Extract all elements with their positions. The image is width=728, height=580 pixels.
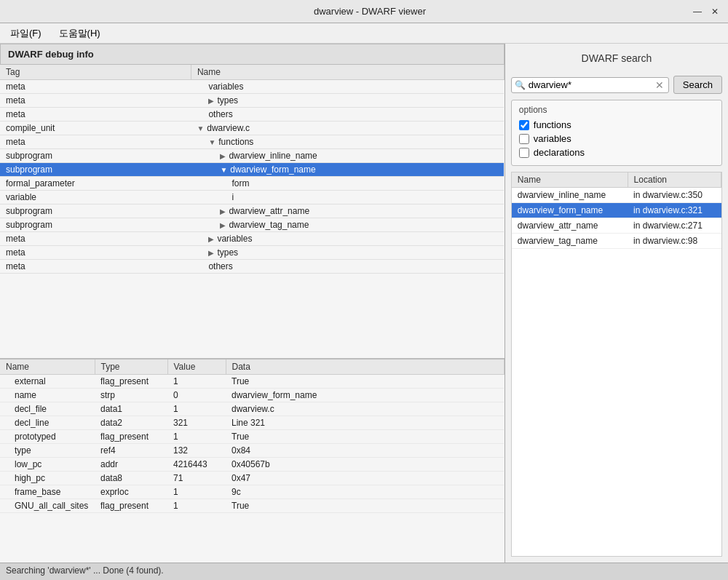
option-label-functions: functions — [534, 119, 571, 130]
close-button[interactable]: ✕ — [708, 4, 722, 19]
result-row[interactable]: dwarview_attr_namein dwarview.c:271 — [512, 218, 721, 234]
attr-row: decl_linedata2321Line 321 — [0, 416, 504, 430]
attr-cell-type: addr — [95, 458, 167, 472]
option-row-declarations: declarations — [519, 147, 714, 158]
attr-row: prototypedflag_present1True — [0, 430, 504, 444]
results-section[interactable]: Name Location dwarview_inline_namein dwa… — [511, 172, 722, 557]
tree-row[interactable]: metatypes — [0, 94, 504, 108]
debug-header: DWARF debug info — [0, 44, 505, 65]
tree-cell-tag: meta — [0, 108, 191, 122]
results-tbody: dwarview_inline_namein dwarview.c:350dwa… — [512, 188, 721, 249]
menu-item-help[interactable]: 도움말(H) — [52, 24, 108, 43]
attr-cell-name: GNU_all_call_sites — [0, 499, 95, 513]
attr-cell-data: True — [226, 499, 504, 513]
tree-row[interactable]: subprogramdwarview_inline_name — [0, 149, 504, 163]
attr-row: namestrp0dwarview_form_name — [0, 389, 504, 402]
attr-cell-data: 0x40567b — [226, 458, 504, 472]
menu-item-file[interactable]: 파일(F) — [3, 24, 49, 43]
tree-cell-tag: subprogram — [0, 149, 191, 163]
tree-row[interactable]: subprogramdwarview_tag_name — [0, 218, 504, 232]
right-panel: DWARF search 🔍 ✕ Search options function… — [505, 44, 728, 563]
attr-cell-name: low_pc — [0, 458, 95, 472]
result-cell-location: in dwarview.c:98 — [628, 234, 721, 249]
option-checkbox-variables[interactable] — [519, 134, 529, 144]
tree-cell-tag: subprogram — [0, 204, 191, 218]
search-bar: 🔍 ✕ Search — [511, 76, 722, 94]
attr-cell-data: 9c — [226, 485, 504, 499]
search-button[interactable]: Search — [673, 76, 722, 94]
search-icon: 🔍 — [515, 80, 526, 90]
left-panel: DWARF debug info Tag Name metavariablesm… — [0, 44, 505, 563]
attr-cell-name: high_pc — [0, 472, 95, 485]
statusbar-text: Searching 'dwarview*' ... Done (4 found)… — [6, 565, 164, 576]
arrow-right-icon — [208, 95, 217, 106]
tree-cell-name: dwarview_inline_name — [191, 149, 504, 163]
attr-row: low_pcaddr42164430x40567b — [0, 458, 504, 472]
tree-col-name: Name — [191, 65, 504, 80]
tree-table: Tag Name metavariablesmetatypesmetaother… — [0, 65, 505, 274]
tree-row[interactable]: metatypes — [0, 246, 504, 260]
search-clear-button[interactable]: ✕ — [654, 79, 665, 91]
attr-cell-type: flag_present — [95, 430, 167, 444]
result-row[interactable]: dwarview_tag_namein dwarview.c:98 — [512, 234, 721, 249]
attr-cell-data: Line 321 — [226, 416, 504, 430]
options-box: options functionsvariablesdeclarations — [511, 100, 722, 166]
attr-cell-value: 1 — [167, 430, 226, 444]
main-content: DWARF debug info Tag Name metavariablesm… — [0, 44, 728, 563]
tree-tbody: metavariablesmetatypesmetaotherscompile_… — [0, 80, 504, 274]
tree-row[interactable]: metavariables — [0, 232, 504, 246]
attr-cell-name: decl_line — [0, 416, 95, 430]
attr-row: decl_filedata11dwarview.c — [0, 402, 504, 416]
tree-row[interactable]: variablei — [0, 191, 504, 204]
attr-cell-type: ref4 — [95, 444, 167, 458]
tree-cell-tag: meta — [0, 260, 191, 274]
tree-row[interactable]: metafunctions — [0, 135, 504, 149]
result-row[interactable]: dwarview_inline_namein dwarview.c:350 — [512, 188, 721, 203]
tree-cell-name: types — [191, 246, 504, 260]
attr-cell-name: external — [0, 375, 95, 389]
tree-cell-tag: formal_parameter — [0, 177, 191, 191]
result-cell-location: in dwarview.c:350 — [628, 188, 721, 203]
result-cell-name: dwarview_tag_name — [512, 234, 628, 249]
tree-cell-name: i — [191, 191, 504, 204]
search-input[interactable] — [529, 79, 651, 90]
attr-cell-value: 1 — [167, 499, 226, 513]
tree-row[interactable]: formal_parameterform — [0, 177, 504, 191]
tree-cell-tag: subprogram — [0, 163, 191, 177]
option-label-declarations: declarations — [534, 147, 585, 158]
attr-cell-name: frame_base — [0, 485, 95, 499]
option-checkbox-functions[interactable] — [519, 120, 529, 130]
tree-col-tag: Tag — [0, 65, 191, 80]
tree-row[interactable]: metaothers — [0, 260, 504, 274]
tree-cell-name: functions — [191, 135, 504, 149]
titlebar: dwarview - DWARF viewer — ✕ — [0, 0, 728, 23]
search-input-wrapper: 🔍 ✕ — [511, 77, 669, 93]
attr-cell-data: dwarview.c — [226, 402, 504, 416]
attr-col-value: Value — [167, 359, 226, 375]
result-cell-name: dwarview_form_name — [512, 203, 628, 218]
result-row[interactable]: dwarview_form_namein dwarview.c:321 — [512, 203, 721, 218]
attr-row: high_pcdata8710x47 — [0, 472, 504, 485]
attr-section[interactable]: Name Type Value Data externalflag_presen… — [0, 359, 505, 563]
option-checkbox-declarations[interactable] — [519, 148, 529, 158]
tree-row[interactable]: subprogramdwarview_attr_name — [0, 204, 504, 218]
tree-section[interactable]: Tag Name metavariablesmetatypesmetaother… — [0, 65, 505, 359]
tree-row[interactable]: subprogramdwarview_form_name — [0, 163, 504, 177]
statusbar: Searching 'dwarview*' ... Done (4 found)… — [0, 563, 728, 580]
option-row-functions: functions — [519, 119, 714, 130]
minimize-button[interactable]: — — [690, 4, 705, 19]
attr-cell-data: 0x84 — [226, 444, 504, 458]
attr-cell-value: 321 — [167, 416, 226, 430]
tree-row[interactable]: metavariables — [0, 80, 504, 94]
tree-row[interactable]: metaothers — [0, 108, 504, 122]
tree-cell-tag: meta — [0, 94, 191, 108]
arrow-down-icon — [197, 123, 207, 133]
attr-cell-data: True — [226, 375, 504, 389]
result-cell-name: dwarview_attr_name — [512, 218, 628, 234]
attr-cell-type: strp — [95, 389, 167, 402]
attr-row: externalflag_present1True — [0, 375, 504, 389]
tree-row[interactable]: compile_unitdwarview.c — [0, 122, 504, 135]
arrow-down-icon — [220, 164, 230, 175]
tree-cell-name: variables — [191, 232, 504, 246]
attr-cell-type: data8 — [95, 472, 167, 485]
